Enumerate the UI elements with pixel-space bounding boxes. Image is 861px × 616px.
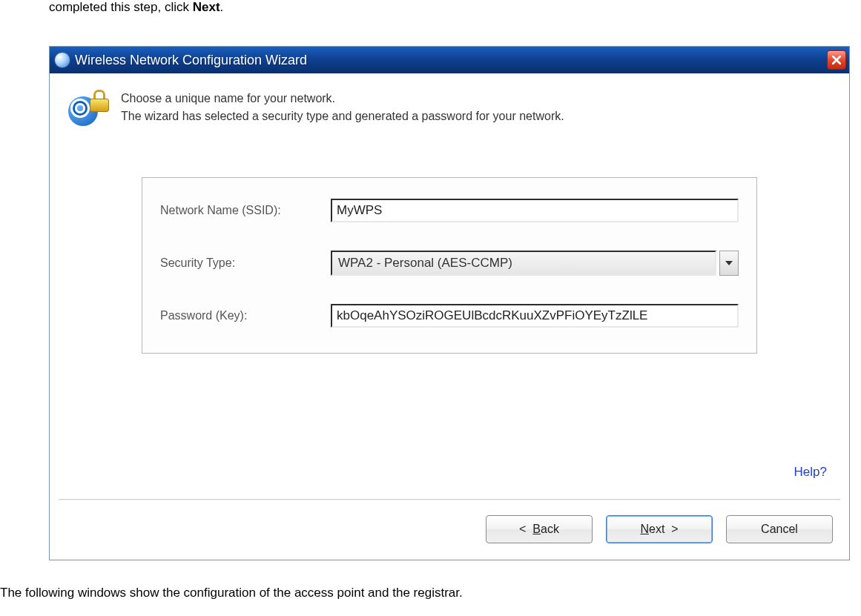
app-icon — [54, 52, 70, 68]
security-label: Security Type: — [160, 256, 331, 270]
header-line-2: The wizard has selected a security type … — [121, 107, 564, 125]
next-button[interactable]: Next > — [606, 515, 713, 543]
doc-text-top: completed this step, click Next. — [49, 0, 223, 15]
security-select-value: WPA2 - Personal (AES-CCMP) — [331, 251, 716, 276]
password-input[interactable] — [331, 304, 739, 328]
cancel-button[interactable]: Cancel — [726, 515, 833, 543]
header-line-1: Choose a unique name for your network. — [121, 90, 564, 107]
password-label: Password (Key): — [160, 309, 331, 322]
close-icon — [832, 56, 841, 64]
header-text: Choose a unique name for your network. T… — [121, 87, 564, 125]
doc-fragment-bold: Next — [193, 0, 220, 14]
row-security: Security Type: WPA2 - Personal (AES-CCMP… — [160, 251, 739, 276]
security-select[interactable]: WPA2 - Personal (AES-CCMP) — [331, 251, 739, 276]
button-row: < Back Next > Cancel — [486, 515, 833, 543]
header-row: Choose a unique name for your network. T… — [65, 87, 834, 133]
back-button[interactable]: < Back — [486, 515, 593, 543]
row-ssid: Network Name (SSID): — [160, 199, 739, 222]
security-dropdown-button[interactable] — [719, 251, 739, 276]
doc-fragment-suffix: . — [220, 0, 224, 14]
form-panel: Network Name (SSID): Security Type: WPA2… — [142, 177, 757, 354]
close-button[interactable] — [827, 50, 846, 70]
content-area: Choose a unique name for your network. T… — [50, 73, 849, 560]
row-password: Password (Key): — [160, 304, 739, 328]
wizard-dialog: Wireless Network Configuration Wizard Ch… — [49, 46, 850, 560]
separator — [59, 499, 840, 500]
doc-fragment-prefix: completed this step, click — [49, 0, 193, 14]
wizard-wifi-lock-icon — [65, 87, 110, 133]
chevron-down-icon — [725, 261, 733, 265]
ssid-label: Network Name (SSID): — [160, 204, 331, 217]
help-link[interactable]: Help? — [794, 465, 827, 480]
ssid-input[interactable] — [331, 199, 739, 222]
doc-text-bottom: The following windows show the configura… — [0, 586, 463, 600]
titlebar: Wireless Network Configuration Wizard — [50, 47, 849, 73]
dialog-title: Wireless Network Configuration Wizard — [75, 53, 827, 68]
